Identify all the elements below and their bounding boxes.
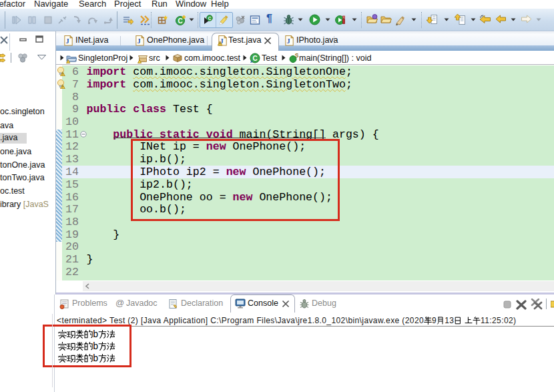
svg-text:C: C xyxy=(252,55,257,62)
svg-text:J: J xyxy=(287,37,290,45)
svg-text:J: J xyxy=(137,37,141,45)
svg-text:S: S xyxy=(295,53,299,59)
svg-text:J: J xyxy=(66,37,69,45)
svg-text:C: C xyxy=(178,17,182,25)
svg-text:C: C xyxy=(208,16,212,21)
